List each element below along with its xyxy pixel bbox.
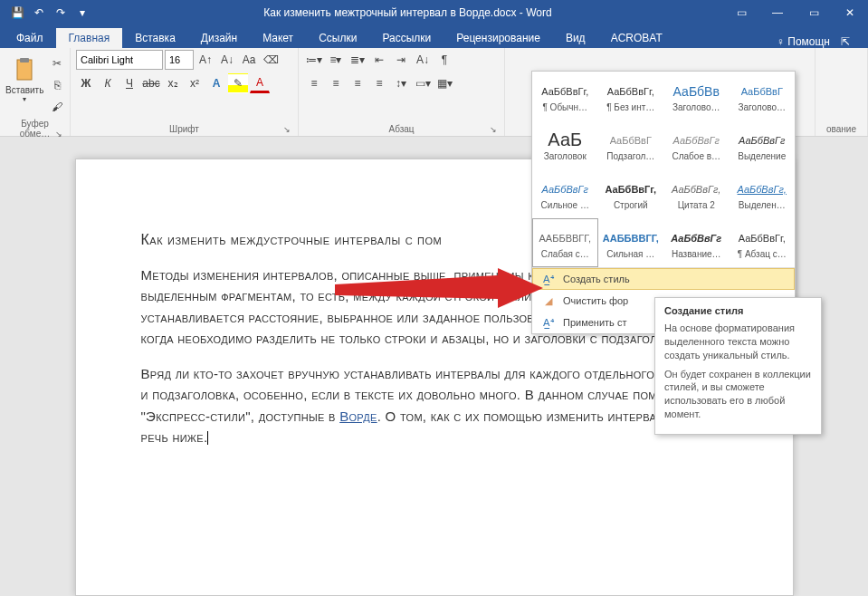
text-cursor [207,431,208,445]
tab-layout[interactable]: Макет [250,28,306,48]
style-name-label: Выделение [732,151,792,161]
copy-button[interactable]: ⎘ [47,75,67,95]
tab-insert[interactable]: Вставка [122,28,188,48]
underline-button[interactable]: Ч [119,73,139,93]
grow-font-button[interactable]: A↑ [196,50,215,70]
style-item[interactable]: АаБбВвГгСлабое в… [663,120,730,169]
style-item[interactable]: АаБбВвГг,Цитата 2 [663,169,730,218]
borders-button[interactable]: ▦▾ [434,73,454,93]
style-item[interactable]: АаБбВвГЗаголово… [730,72,796,120]
style-name-label: Сильная … [601,249,661,259]
style-preview: АаБбВвГг [673,130,720,151]
style-preview: АаБ [548,130,582,151]
font-launcher[interactable]: ↘ [283,125,291,134]
style-item[interactable]: АаБбВвЗаголово… [663,72,730,120]
style-item[interactable]: АаБбВвГгСильное … [532,169,598,218]
superscript-button[interactable]: x² [185,73,205,93]
style-item[interactable]: АаБЗаголовок [532,120,598,169]
text-effects-button[interactable]: A [206,73,226,93]
style-item[interactable]: АаБбВвГг,¶ Без инт… [598,72,664,120]
save-button[interactable]: 💾 [7,3,27,23]
svg-rect-1 [20,58,29,62]
align-center-button[interactable]: ≡ [326,73,346,93]
tooltip-body-1: На основе форматирования выделенного тек… [664,322,812,362]
align-left-button[interactable]: ≡ [304,73,324,93]
italic-button[interactable]: К [98,73,118,93]
customize-qat-button[interactable]: ▾ [72,3,92,23]
minimize-button[interactable]: — [759,0,796,25]
subscript-button[interactable]: x₂ [163,73,183,93]
format-painter-button[interactable]: 🖌 [47,97,67,117]
style-preview: АаБбВвГг, [607,81,654,102]
style-name-label: Название… [666,249,726,259]
sort-button[interactable]: A↓ [413,50,433,70]
share-button[interactable]: ⇱ [841,35,850,48]
tab-file[interactable]: Файл [4,28,56,48]
line-spacing-button[interactable]: ↕▾ [391,73,411,93]
show-marks-button[interactable]: ¶ [434,50,454,70]
cut-button[interactable]: ✂ [47,53,67,73]
style-item[interactable]: ААББВВГГ,Слабая с… [532,218,598,267]
style-item[interactable]: АаБбВвГг,¶ Абзац с… [730,218,796,267]
tab-references[interactable]: Ссылки [306,28,369,48]
tooltip: Создание стиля На основе форматирования … [654,297,822,435]
tab-view[interactable]: Вид [553,28,598,48]
increase-indent-button[interactable]: ⇥ [391,50,411,70]
style-item[interactable]: АаБбВвГПодзагол… [598,120,664,169]
undo-button[interactable]: ↶ [29,3,49,23]
multilevel-button[interactable]: ≣▾ [348,50,367,70]
align-right-button[interactable]: ≡ [348,73,367,93]
style-name-label: ¶ Без инт… [601,102,661,112]
create-style-menu-item[interactable]: A̲⁴ Создать стиль [532,268,795,290]
group-clipboard: Вставить▾ ✂ ⎘ 🖌 Буфер обме…↘ [0,48,71,136]
tab-home[interactable]: Главная [56,28,123,48]
font-name-input[interactable] [76,50,163,70]
change-case-button[interactable]: Aa [239,50,259,70]
decrease-indent-button[interactable]: ⇤ [369,50,389,70]
style-preview: АаБбВвГг [739,130,785,151]
tab-design[interactable]: Дизайн [188,28,250,48]
apply-style-icon: A̲⁴ [541,315,556,330]
doc-link[interactable]: Ворде [339,409,377,424]
style-preview: АаБбВвГг, [672,178,720,200]
justify-button[interactable]: ≡ [369,73,389,93]
bullets-button[interactable]: ≔▾ [304,50,324,70]
strike-button[interactable]: abc [141,73,161,93]
style-item[interactable]: АаБбВвГг,¶ Обычн… [532,72,598,120]
tell-me-button[interactable]: ♀ Помощн [777,35,830,48]
shrink-font-button[interactable]: A↓ [217,50,237,70]
style-preview: АаБбВвГ [610,130,652,151]
title-bar: 💾 ↶ ↷ ▾ Как изменить межтрочный интервал… [0,0,868,25]
numbering-button[interactable]: ≡▾ [326,50,346,70]
redo-button[interactable]: ↷ [51,3,71,23]
highlight-button[interactable]: ✎ [228,73,248,93]
annotation-arrow [335,268,543,313]
bold-button[interactable]: Ж [76,73,96,93]
tab-acrobat[interactable]: ACROBAT [598,28,675,48]
tab-review[interactable]: Рецензирование [444,28,553,48]
paste-button[interactable]: Вставить▾ [5,50,43,110]
font-color-button[interactable]: A [250,73,270,93]
style-item[interactable]: АаБбВвГгВыделение [730,120,796,169]
group-editing: ование [816,48,868,136]
style-preview: АаБбВвГг, [738,178,787,200]
style-preview: АаБбВвГг, [541,81,588,102]
style-item[interactable]: ААББВВГГ,Сильная … [598,218,664,267]
style-item[interactable]: АаБбВвГг,Строгий [598,169,664,218]
style-name-label: Заголовок [535,151,595,161]
font-size-input[interactable] [165,50,194,70]
style-item[interactable]: АаБбВвГгНазвание… [663,218,730,267]
style-preview: АаБбВвГг [542,178,588,200]
style-item[interactable]: АаБбВвГг,Выделен… [730,169,796,218]
style-preview: АаБбВвГг [671,227,721,249]
clear-format-button[interactable]: ⌫ [261,50,281,70]
paragraph-launcher[interactable]: ↘ [490,125,497,134]
eraser-icon: ◢ [541,293,556,308]
maximize-button[interactable]: ▭ [796,0,832,25]
group-paragraph: ≔▾ ≡▾ ≣▾ ⇤ ⇥ A↓ ¶ ≡ ≡ ≡ ≡ ↕▾ ▭▾ ▦▾ Абзац… [299,48,505,136]
style-preview: ААББВВГГ, [539,227,591,249]
ribbon-options-button[interactable]: ▭ [723,0,759,25]
close-button[interactable]: ✕ [832,0,868,25]
shading-button[interactable]: ▭▾ [413,73,433,93]
tab-mailings[interactable]: Рассылки [369,28,444,48]
